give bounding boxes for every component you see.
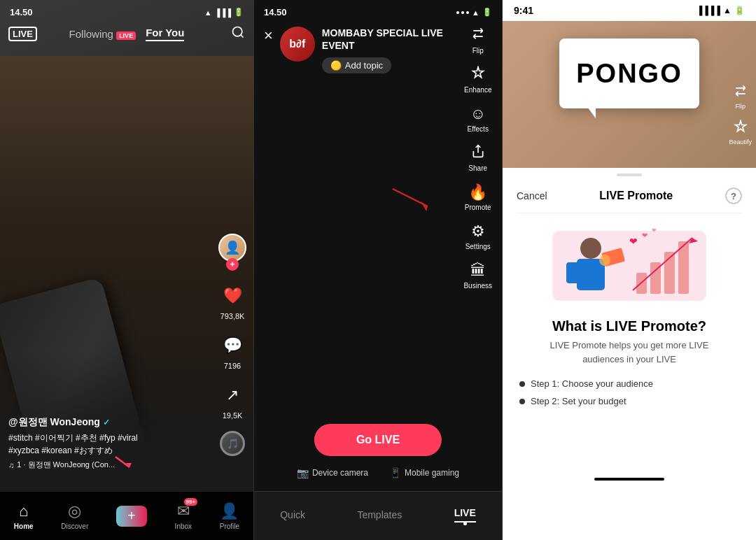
- feed-text-area: @원정맨 WonJeong ✓ #stitch #이어찍기 #추천 #fyp #…: [8, 416, 211, 470]
- camera-options: 📷 Device camera 📱 Mobile gaming: [254, 467, 502, 478]
- battery-icon: 🔋: [734, 6, 745, 15]
- quick-tab[interactable]: Quick: [280, 509, 305, 523]
- share-action[interactable]: ↗ 19,5K: [218, 381, 246, 420]
- svg-point-17: [599, 255, 610, 266]
- arrow-indicator: [112, 453, 133, 477]
- live-status-icons: ▲ 🔋: [456, 8, 492, 17]
- enhance-icon: [471, 66, 485, 84]
- effects-tool[interactable]: ☺ Effects: [468, 105, 489, 133]
- promote-beautify-label: Beautify: [729, 138, 752, 145]
- profile-nav-item[interactable]: 👤 Profile: [220, 502, 239, 530]
- verified-icon: ✓: [103, 418, 110, 427]
- comment-action[interactable]: 💬 7196: [218, 332, 246, 370]
- home-indicator: [594, 478, 664, 481]
- promote-flip-tool[interactable]: Flip: [729, 84, 752, 110]
- feed-time: 14.50: [10, 7, 33, 17]
- add-topic-button[interactable]: 🟡 Add topic: [322, 57, 391, 73]
- go-live-button[interactable]: Go LIVE: [314, 424, 442, 456]
- device-camera-option[interactable]: 📷 Device camera: [297, 467, 368, 478]
- svg-text:❤: ❤: [652, 227, 657, 234]
- step-2-dot: [519, 399, 525, 404]
- creator-avatar: 👤: [218, 234, 246, 262]
- signal-icon: ▐▐▐: [215, 8, 231, 17]
- like-action[interactable]: ❤️ 793,8K: [218, 282, 246, 320]
- promote-sheet-header: Cancel LIVE Promote ?: [517, 176, 742, 213]
- share-tool[interactable]: Share: [468, 144, 487, 172]
- promote-label: Promote: [465, 204, 491, 211]
- home-icon: ⌂: [19, 502, 28, 520]
- live-tab[interactable]: LIVE: [454, 507, 476, 523]
- discover-label: Discover: [61, 523, 88, 530]
- step-1-text: Step 1: Choose your audience: [531, 378, 653, 389]
- device-camera-label: Device camera: [312, 468, 368, 478]
- feed-actions: 👤 + ❤️ 793,8K 💬 7196 ↗ 19,5K 🎵: [218, 234, 246, 456]
- enhance-tool[interactable]: Enhance: [464, 66, 491, 94]
- promote-preview-area: PONGO: [503, 0, 756, 168]
- flip-icon: [471, 27, 485, 45]
- feed-navigation: LIVE Following LIVE For You: [0, 27, 253, 41]
- discover-icon: ◎: [68, 502, 81, 520]
- add-nav-item[interactable]: +: [116, 506, 147, 527]
- home-nav-item[interactable]: ⌂ Home: [14, 502, 34, 530]
- battery-icon: 🔋: [234, 8, 244, 17]
- like-icon: ❤️: [218, 282, 246, 310]
- device-camera-icon: 📷: [297, 467, 309, 478]
- music-info: ♫ 1 · 원정맨 WonJeong (Con...: [8, 460, 211, 470]
- settings-tool[interactable]: ⚙ Settings: [465, 222, 491, 250]
- battery-icon: 🔋: [482, 8, 492, 17]
- mobile-gaming-option[interactable]: 📱 Mobile gaming: [389, 467, 459, 478]
- hashtags: #stitch #이어찍기 #추천 #fyp #viral #xyzbca #k…: [8, 432, 211, 457]
- add-button[interactable]: +: [116, 506, 147, 527]
- flip-label: Flip: [472, 47, 484, 55]
- svg-point-13: [580, 238, 601, 259]
- promote-beautify-icon: [734, 120, 748, 137]
- help-button[interactable]: ?: [725, 187, 742, 204]
- speech-bubble-tail: [587, 107, 596, 118]
- promote-illustration: ❤ ❤ ❤: [517, 220, 742, 311]
- for-you-tab[interactable]: For You: [146, 27, 184, 41]
- inbox-nav-item[interactable]: ✉ 99+ Inbox: [175, 502, 192, 530]
- business-icon: 🏛: [470, 262, 486, 280]
- live-bottom-tabs: Quick Templates LIVE: [254, 491, 502, 540]
- promote-beautify-tool[interactable]: Beautify: [729, 120, 752, 145]
- promote-tool[interactable]: 🔥 Promote: [465, 183, 491, 211]
- live-status-bar: 14.50 ▲ 🔋: [254, 0, 502, 22]
- cancel-button[interactable]: Cancel: [517, 190, 547, 201]
- svg-text:❤: ❤: [642, 232, 648, 239]
- promote-tools: Flip Beautify: [729, 84, 752, 145]
- live-time: 14.50: [264, 7, 287, 17]
- wifi-icon: ▲: [204, 8, 212, 17]
- red-arrow: [386, 182, 435, 220]
- home-label: Home: [14, 523, 34, 530]
- settings-label: Settings: [465, 243, 491, 250]
- promote-flip-label: Flip: [735, 103, 746, 110]
- business-tool[interactable]: 🏛 Business: [463, 262, 492, 290]
- discover-nav-item[interactable]: ◎ Discover: [61, 502, 88, 530]
- settings-icon: ⚙: [471, 222, 485, 241]
- effects-label: Effects: [468, 125, 489, 133]
- go-live-panel: 14.50 ▲ 🔋 × b∂f MOMBABY SPECIAL LIVE EVE…: [253, 0, 503, 540]
- live-logo-text: LIVE: [8, 27, 37, 41]
- pongo-card: PONGO: [559, 38, 699, 108]
- svg-text:❤: ❤: [629, 236, 638, 247]
- following-tab[interactable]: Following LIVE: [69, 28, 136, 40]
- follow-button[interactable]: +: [226, 258, 239, 271]
- what-is-promote-title: What is LIVE Promote?: [517, 318, 742, 334]
- music-note-icon: ♫: [8, 461, 14, 469]
- svg-line-1: [241, 35, 244, 38]
- promote-flip-icon: [734, 84, 748, 101]
- profile-label: Profile: [220, 523, 239, 530]
- live-title-text: MOMBABY SPECIAL LIVE EVENT: [322, 27, 464, 52]
- effects-icon: ☺: [470, 105, 485, 123]
- search-button[interactable]: [231, 25, 245, 43]
- comment-count: 7196: [224, 362, 241, 370]
- creator-avatar-item[interactable]: 👤 +: [218, 234, 246, 271]
- live-top-bar: × b∂f MOMBABY SPECIAL LIVE EVENT 🟡 Add t…: [254, 20, 502, 297]
- flip-tool[interactable]: Flip: [471, 27, 485, 55]
- music-action[interactable]: 🎵: [220, 431, 245, 456]
- promote-icon: 🔥: [468, 183, 487, 201]
- close-button[interactable]: ×: [264, 27, 273, 45]
- templates-tab[interactable]: Templates: [357, 509, 402, 523]
- bottom-navigation: ⌂ Home ◎ Discover + ✉ 99+ Inbox 👤 Profil…: [0, 491, 253, 540]
- signal-bars-icon: ▐▐▐▐: [696, 6, 720, 15]
